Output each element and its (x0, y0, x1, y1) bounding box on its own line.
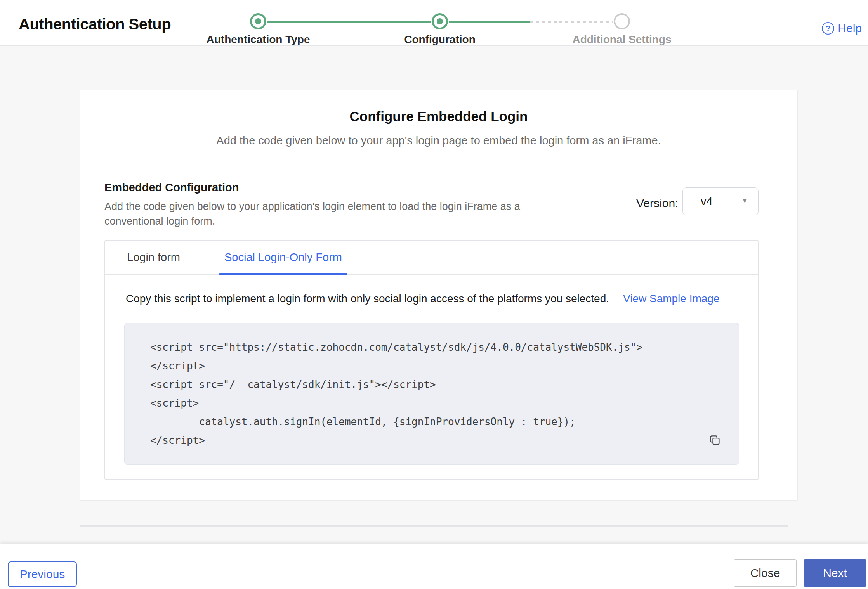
copy-code-button[interactable] (708, 434, 722, 448)
version-select[interactable]: v4 ▼ (682, 187, 759, 215)
stepper-connector-2-dashed (530, 21, 613, 23)
code-line: catalyst.auth.signIn(elementId, {signInP… (150, 412, 715, 431)
code-line: <script> (150, 394, 715, 412)
copy-script-instruction: Copy this script to implement a login fo… (126, 293, 609, 305)
step-label-additional-settings: Additional Settings (572, 33, 671, 46)
tab-login-form[interactable]: Login form (122, 241, 185, 275)
embed-code-block: <script src="https://static.zohocdn.com/… (124, 323, 739, 465)
step-circle-configuration (432, 13, 448, 29)
version-value: v4 (701, 195, 713, 208)
step-label-configuration: Configuration (404, 33, 476, 46)
step-circle-additional-settings (614, 13, 630, 29)
card-title: Configure Embedded Login (80, 109, 797, 124)
step-dot-icon (255, 18, 261, 24)
previous-button[interactable]: Previous (8, 561, 77, 587)
authentication-setup-page: Authentication Setup Authentication Type… (0, 0, 868, 589)
help-link[interactable]: ? Help (822, 22, 862, 35)
embed-code-tab-panel: Login form Social Login-Only Form Copy t… (104, 240, 759, 480)
embedded-configuration-description: Add the code given below to your applica… (104, 199, 564, 229)
stepper-connector-2-solid (449, 21, 530, 23)
footer-divider (80, 525, 788, 527)
stepper: Authentication Type Configuration Additi… (0, 0, 868, 46)
copy-icon (708, 442, 721, 448)
card-subtitle: Add the code given below to your app's l… (80, 134, 797, 147)
code-line: </script> (150, 357, 715, 375)
help-label: Help (838, 22, 862, 35)
tab-bar: Login form Social Login-Only Form (105, 241, 758, 275)
version-label: Version: (636, 197, 678, 210)
stepper-connector-1 (267, 21, 431, 23)
step-circle-authentication-type (250, 13, 266, 29)
close-button[interactable]: Close (734, 559, 797, 587)
next-button[interactable]: Next (804, 559, 866, 587)
configure-embedded-login-card: Configure Embedded Login Add the code gi… (80, 90, 798, 501)
tab-social-login-only-form[interactable]: Social Login-Only Form (219, 241, 347, 275)
footer: Previous Close Next (0, 544, 868, 589)
step-label-authentication-type: Authentication Type (206, 33, 310, 46)
embedded-configuration-heading: Embedded Configuration (104, 181, 239, 194)
header: Authentication Setup Authentication Type… (0, 0, 868, 46)
code-line: <script src="/__catalyst/sdk/init.js"></… (150, 375, 715, 394)
view-sample-image-link[interactable]: View Sample Image (623, 293, 720, 305)
code-line: </script> (150, 431, 715, 450)
chevron-down-icon: ▼ (741, 197, 748, 205)
code-line: <script src="https://static.zohocdn.com/… (150, 338, 715, 357)
step-dot-icon (437, 18, 443, 24)
instruction-row: Copy this script to implement a login fo… (126, 293, 720, 305)
help-icon: ? (822, 22, 834, 35)
